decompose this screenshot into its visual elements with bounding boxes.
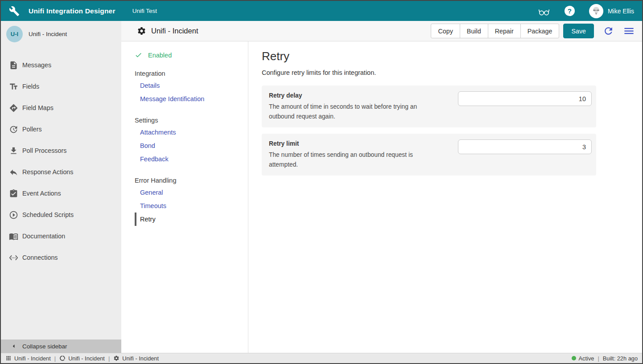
status-item-label: Unifi - Incident — [14, 355, 51, 362]
app-window: Unifi Integration Designer Unifi Test ? — [0, 0, 643, 364]
action-button-group: Copy Build Repair Package — [431, 24, 559, 38]
collapse-sidebar-label: Collapse sidebar — [22, 343, 67, 350]
play-circle-icon — [9, 210, 18, 220]
active-status-dot — [572, 356, 576, 360]
check-icon — [135, 51, 142, 59]
download-icon — [9, 146, 18, 155]
sidebar-item-label: Messages — [22, 61, 51, 69]
status-item-label: Unifi - Incident — [122, 355, 159, 362]
wrench-icon — [9, 6, 20, 16]
nav-link-general[interactable]: General — [135, 186, 248, 199]
apps-grid-icon — [5, 355, 12, 361]
sidebar-item-label: Field Maps — [22, 104, 54, 111]
help-icon[interactable]: ? — [565, 6, 575, 16]
reply-icon — [9, 168, 18, 177]
nav-link-timeouts[interactable]: Timeouts — [135, 199, 248, 213]
arrow-left-icon — [10, 342, 18, 350]
history-icon — [9, 125, 18, 134]
sidebar-item-response-actions[interactable]: Response Actions — [1, 161, 121, 183]
sidebar-item-poll-processors[interactable]: Poll Processors — [1, 140, 121, 161]
retry-delay-label: Retry delay — [269, 92, 449, 99]
app-bar: Unifi Integration Designer Unifi Test ? — [1, 1, 642, 21]
document-title: Unifi - Incident — [151, 27, 198, 35]
ethernet-icon — [9, 253, 18, 262]
sidebar-item-label: Fields — [22, 83, 39, 90]
sidebar-item-fields[interactable]: Fields — [1, 76, 121, 97]
copy-button[interactable]: Copy — [431, 24, 460, 38]
status-item-label: Unifi - Incident — [68, 355, 105, 362]
nav-section-error-handling: Error Handling General Timeouts Retry — [135, 177, 248, 226]
nav-link-message-identification[interactable]: Message Identification — [135, 92, 248, 106]
sidebar-item-field-maps[interactable]: Field Maps — [1, 97, 121, 119]
active-status-label: Active — [579, 355, 594, 362]
retry-limit-card: Retry limit The number of times sending … — [262, 134, 596, 176]
nav-section-title: Integration — [135, 70, 248, 77]
directions-icon — [9, 103, 18, 113]
sidebar-item-label: Documentation — [22, 233, 65, 240]
status-item-settings[interactable]: Unifi - Incident — [113, 355, 159, 362]
repair-button[interactable]: Repair — [488, 24, 521, 38]
retry-delay-description: The amount of time in seconds to wait be… — [269, 102, 443, 122]
status-item-integration[interactable]: Unifi - Incident — [59, 355, 105, 362]
gear-icon — [137, 26, 146, 36]
user-name[interactable]: Mike Ellis — [608, 8, 634, 15]
save-button[interactable]: Save — [563, 24, 594, 38]
document-toolbar: Unifi - Incident Copy Build Repair Packa… — [121, 21, 642, 41]
package-button[interactable]: Package — [520, 24, 560, 38]
collapse-sidebar-button[interactable]: Collapse sidebar — [1, 339, 121, 353]
content-panel: Retry Configure retry limits for this in… — [248, 41, 642, 353]
text-fields-icon — [9, 82, 18, 91]
settings-nav: Enabled Integration Details Message Iden… — [121, 41, 248, 353]
nav-section-settings: Settings Attachments Bond Feedback — [135, 117, 248, 166]
sidebar-item-label: Event Actions — [22, 190, 61, 197]
status-item-apps[interactable]: Unifi - Incident — [5, 355, 51, 362]
avatar-face-icon — [589, 4, 603, 18]
enabled-label: Enabled — [148, 52, 172, 59]
sidebar-item-label: Connections — [22, 254, 58, 261]
sidebar-item-label: Response Actions — [22, 168, 73, 176]
nav-link-feedback[interactable]: Feedback — [135, 152, 248, 166]
sidebar-item-scheduled-scripts[interactable]: Scheduled Scripts — [1, 204, 121, 225]
sidebar-item-connections[interactable]: Connections — [1, 247, 121, 268]
sidebar-header-title: Unifi - Incident — [29, 31, 67, 37]
hamburger-menu-icon[interactable] — [623, 25, 635, 37]
sidebar-item-documentation[interactable]: Documentation — [1, 225, 121, 247]
retry-limit-description: The number of times sending an outbound … — [269, 150, 443, 170]
sidebar-item-messages[interactable]: Messages — [1, 54, 121, 76]
build-button[interactable]: Build — [460, 24, 488, 38]
donut-icon — [59, 355, 66, 361]
sidebar: U-I Unifi - Incident Messages Fields Fie… — [1, 21, 121, 353]
app-title: Unifi Integration Designer — [29, 7, 115, 15]
glasses-icon[interactable] — [537, 4, 551, 18]
nav-link-attachments[interactable]: Attachments — [135, 126, 248, 139]
integration-avatar: U-I — [6, 26, 23, 42]
separator: | — [54, 355, 56, 362]
enabled-toggle[interactable]: Enabled — [135, 51, 248, 59]
document-icon — [9, 61, 18, 70]
nav-link-retry[interactable]: Retry — [135, 213, 248, 226]
refresh-icon[interactable] — [603, 25, 614, 37]
built-status-label: Built: 22h ago — [603, 355, 638, 362]
separator: | — [598, 355, 599, 362]
gear-icon — [113, 355, 120, 361]
nav-section-title: Settings — [135, 117, 248, 124]
retry-limit-label: Retry limit — [269, 140, 449, 147]
sidebar-item-event-actions[interactable]: Event Actions — [1, 183, 121, 204]
app-subtitle[interactable]: Unifi Test — [132, 8, 157, 14]
retry-delay-card: Retry delay The amount of time in second… — [262, 86, 596, 127]
retry-limit-input[interactable] — [458, 139, 592, 154]
nav-link-details[interactable]: Details — [135, 79, 248, 92]
separator: | — [108, 355, 110, 362]
nav-link-bond[interactable]: Bond — [135, 139, 248, 152]
user-avatar[interactable] — [589, 4, 603, 18]
sidebar-item-label: Poll Processors — [22, 147, 66, 154]
page-subtitle: Configure retry limits for this integrat… — [262, 69, 642, 76]
sidebar-item-label: Pollers — [22, 126, 42, 133]
clipboard-check-icon — [9, 189, 18, 198]
sidebar-header[interactable]: U-I Unifi - Incident — [1, 21, 121, 47]
status-bar: Unifi - Incident | Unifi - Incident | Un… — [1, 353, 642, 363]
retry-delay-input[interactable] — [458, 91, 592, 106]
book-icon — [9, 232, 18, 241]
sidebar-item-pollers[interactable]: Pollers — [1, 119, 121, 140]
page-title: Retry — [262, 49, 642, 63]
